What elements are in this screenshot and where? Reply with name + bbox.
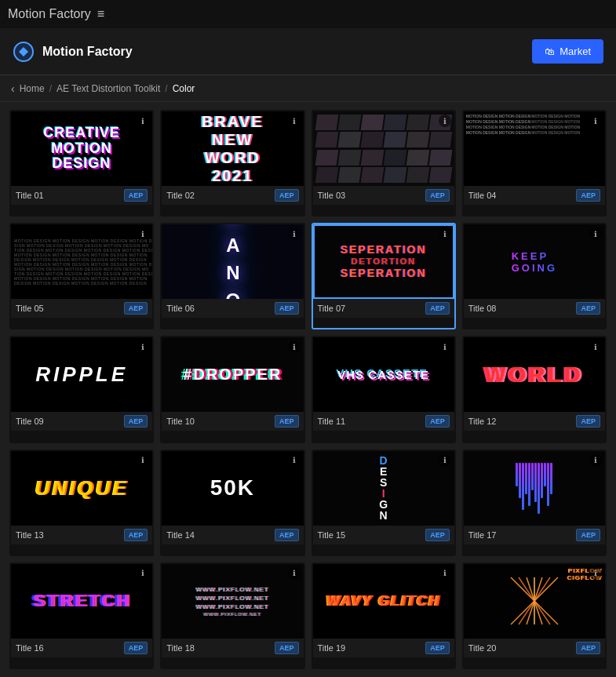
info-icon[interactable]: ℹ <box>288 567 301 580</box>
grid-item-05[interactable]: MOTION DESIGN MOTION DESIGN MOTION DESIG… <box>9 223 154 329</box>
info-icon[interactable]: ℹ <box>288 227 301 240</box>
grid-footer-13: Title 13 AEP <box>11 526 152 544</box>
grid-item-14[interactable]: 50K ℹ Title 14 AEP <box>160 450 304 556</box>
aep-badge-08: AEP <box>576 302 600 315</box>
market-icon: 🛍 <box>545 45 555 57</box>
grid-title-04: Title 04 <box>468 191 497 200</box>
grid-item-18[interactable]: WWW.PIXFLOW.NET WWW.PIXFLOW.NET WWW.PIXF… <box>160 562 304 669</box>
info-icon[interactable]: ℹ <box>589 567 602 580</box>
info-icon[interactable]: ℹ <box>439 227 451 240</box>
grid-item-16[interactable]: STRETCH ℹ Title 16 AEP <box>9 562 154 669</box>
breadcrumb-home[interactable]: Home <box>20 83 45 94</box>
thumb-07: SEPERATION DETORTION SEPERATION <box>313 224 454 299</box>
grid-footer-01: Title 01 AEP <box>11 186 152 205</box>
title-bar: Motion Factory ≡ <box>0 0 616 28</box>
grid-footer-10: Title 10 AEP <box>162 412 303 431</box>
header: Motion Factory 🛍 Market <box>0 28 616 75</box>
grid-title-13: Title 13 <box>16 530 44 540</box>
grid-item-10[interactable]: #DROPPER ℹ Title 10 AEP <box>160 336 304 442</box>
grid-footer-03: Title 03 AEP <box>313 186 454 205</box>
grid-title-05: Title 05 <box>16 304 44 313</box>
grid-title-20: Title 20 <box>468 643 497 653</box>
thumb-20: PIXFLOW CIGFLOW <box>464 564 605 639</box>
logo-area: Motion Factory <box>13 41 133 63</box>
grid-title-19: Title 19 <box>318 643 346 653</box>
breadcrumb-toolkit[interactable]: AE Text Distortion Toolkit <box>56 83 160 94</box>
grid-item-06[interactable]: PARANOID ℹ Title 06 AEP <box>160 223 304 329</box>
grid-item-07[interactable]: SEPERATION DETORTION SEPERATION ℹ Title … <box>312 223 456 329</box>
grid-title-01: Title 01 <box>16 191 44 200</box>
grid-item-15[interactable]: D E S I G N ℹ Title 15 AEP <box>312 450 456 556</box>
grid-footer-08: Title 08 AEP <box>464 299 605 318</box>
grid-item-12[interactable]: WORLD ℹ Title 12 AEP <box>462 336 607 442</box>
grid-item-04[interactable]: MOTION DESIGN MOTION DESIGN MOTION DESIG… <box>462 110 607 217</box>
grid-title-03: Title 03 <box>318 191 346 200</box>
thumb-18: WWW.PIXFLOW.NET WWW.PIXFLOW.NET WWW.PIXF… <box>162 564 303 639</box>
thumb-08: KEEPGOING <box>464 224 605 299</box>
aep-badge-12: AEP <box>576 415 600 428</box>
grid-title-02: Title 02 <box>166 191 195 200</box>
info-icon[interactable]: ℹ <box>288 340 301 353</box>
thumb-01-line2: MOTION <box>51 141 112 157</box>
svg-line-6 <box>534 577 550 601</box>
grid-item-19[interactable]: WAVY GLITCH ℹ Title 19 AEP <box>312 562 456 669</box>
grid-title-10: Title 10 <box>166 417 195 426</box>
grid-item-02[interactable]: BRAVE NEW WORD 2021 ℹ Title 02 AEP <box>160 110 304 217</box>
thumb-01-line1: CREATIVE <box>43 126 120 141</box>
grid-item-03[interactable]: ℹ Title 03 AEP <box>312 110 456 217</box>
grid-title-17: Title 17 <box>468 530 497 540</box>
grid-footer-19: Title 19 AEP <box>313 639 454 657</box>
aep-badge-02: AEP <box>275 189 299 202</box>
grid-footer-07: Title 07 AEP <box>313 299 454 318</box>
thumb-14: 50K <box>162 451 303 526</box>
thumb-12: WORLD <box>464 337 605 412</box>
grid-item-09[interactable]: RIPPLE ℹ Title 09 AEP <box>9 336 154 442</box>
info-icon[interactable]: ℹ <box>137 454 149 467</box>
grid-item-20[interactable]: PIXFLOW CIGFLOW ℹ Title 20 AEP <box>462 562 607 669</box>
breadcrumb-sep1: / <box>49 83 52 94</box>
aep-badge-17: AEP <box>576 529 600 541</box>
grid-item-08[interactable]: KEEPGOING ℹ Title 08 AEP <box>462 223 607 329</box>
grid-footer-18: Title 18 AEP <box>162 639 303 657</box>
aep-badge-18: AEP <box>275 642 299 654</box>
market-label: Market <box>560 45 591 57</box>
grid-title-15: Title 15 <box>318 530 346 540</box>
thumb-15: D E S I G N <box>313 451 454 526</box>
info-icon[interactable]: ℹ <box>137 567 149 580</box>
grid-item-17[interactable]: ℹ Title 17 AEP <box>462 450 607 556</box>
thumb-09: RIPPLE <box>11 337 152 412</box>
aep-badge-13: AEP <box>124 529 148 541</box>
info-icon[interactable]: ℹ <box>589 115 602 127</box>
thumb-19: WAVY GLITCH <box>313 564 454 639</box>
grid-footer-09: Title 09 AEP <box>11 412 152 431</box>
breadcrumb-back[interactable]: ‹ <box>11 82 15 95</box>
grid-title-08: Title 08 <box>468 304 497 313</box>
info-icon[interactable]: ℹ <box>589 454 602 467</box>
info-icon[interactable]: ℹ <box>439 454 451 467</box>
grid-item-11[interactable]: VHS CASSETE ℹ Title 11 AEP <box>312 336 456 442</box>
market-button[interactable]: 🛍 Market <box>532 39 603 64</box>
breadcrumb-sep2: / <box>165 83 167 94</box>
grid-container: CREATIVE MOTION DESIGN ℹ Title 01 AEP BR… <box>0 102 616 677</box>
info-icon[interactable]: ℹ <box>439 567 451 580</box>
grid-footer-06: Title 06 AEP <box>162 299 303 318</box>
title-bar-text: Motion Factory <box>8 7 91 21</box>
grid-item-01[interactable]: CREATIVE MOTION DESIGN ℹ Title 01 AEP <box>9 110 154 217</box>
menu-icon[interactable]: ≡ <box>97 7 104 21</box>
thumb-01-line3: DESIGN <box>53 156 111 172</box>
grid-item-13[interactable]: UNIQUE ℹ Title 13 AEP <box>9 450 154 556</box>
svg-line-9 <box>519 601 534 624</box>
aep-badge-06: AEP <box>275 302 299 315</box>
info-icon[interactable]: ℹ <box>288 115 301 127</box>
grid-footer-20: Title 20 AEP <box>464 639 605 657</box>
grid-footer-05: Title 05 AEP <box>11 299 152 318</box>
grid-title-12: Title 12 <box>468 417 497 426</box>
info-icon[interactable]: ℹ <box>288 454 301 467</box>
aep-badge-19: AEP <box>425 642 450 654</box>
aep-badge-11: AEP <box>425 415 450 428</box>
grid-footer-16: Title 16 AEP <box>11 639 152 657</box>
info-icon[interactable]: ℹ <box>439 115 451 127</box>
aep-badge-09: AEP <box>124 415 148 428</box>
grid-title-06: Title 06 <box>166 304 195 313</box>
thumb-17 <box>464 451 605 526</box>
